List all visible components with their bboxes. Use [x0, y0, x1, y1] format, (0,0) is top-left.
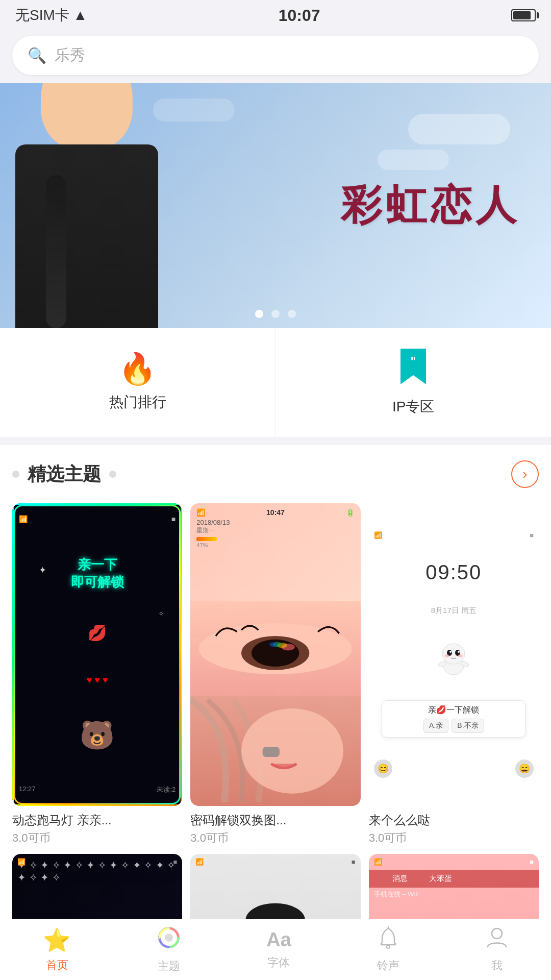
theme-price-2: 3.0可币 — [190, 830, 360, 846]
banner-dot-2[interactable] — [271, 310, 280, 318]
ip-zone-label: IP专区 — [392, 397, 434, 416]
svg-text:": " — [411, 355, 416, 368]
svg-point-18 — [458, 651, 460, 653]
thumb1-battery: ■ — [171, 515, 176, 523]
thumb2-bat: 🔋 — [346, 508, 355, 517]
battery-icon — [511, 9, 536, 21]
svg-point-8 — [269, 642, 276, 646]
svg-point-26 — [165, 934, 173, 942]
font-label: 字体 — [267, 955, 290, 970]
svg-point-29 — [492, 928, 502, 939]
sparkle2: ✧ — [158, 609, 164, 618]
banner-title: 彩虹恋人 — [341, 178, 520, 233]
thumb1-misc: 未读:2 — [157, 785, 176, 794]
ringtone-label: 铃声 — [377, 958, 399, 973]
unlock-line2: 即可解锁 — [71, 574, 124, 591]
thumb6-status: 📶■ — [369, 854, 539, 870]
unlock-line1: 亲一下 — [71, 556, 124, 574]
cute-character — [433, 638, 474, 678]
person-icon — [486, 926, 508, 954]
banner-illustration — [0, 93, 214, 328]
wifi-icon: ▲ — [73, 7, 88, 23]
thumb3-bat: ■ — [530, 531, 534, 539]
battery-fill — [513, 11, 531, 19]
status-bar: 无SIM卡 ▲ 10:07 — [0, 0, 551, 31]
thumb1-status: 📶 — [19, 515, 28, 523]
home-label: 首页 — [46, 958, 68, 973]
ip-zone-action[interactable]: " IP专区 — [276, 328, 552, 437]
thumb6-msg-bar: 消息 大苯蛋 — [369, 870, 539, 888]
theme-card-3[interactable]: 📶 ■ 09:50 8月17日 周五 — [369, 503, 539, 846]
hot-rank-label: 热门排行 — [109, 393, 166, 412]
thumb5-status: 📶■ — [195, 858, 355, 866]
hot-rank-action[interactable]: 🔥 热门排行 — [0, 328, 276, 437]
battery-area — [511, 9, 536, 21]
carrier-wifi: 无SIM卡 ▲ — [15, 6, 87, 25]
flame-icon: 🔥 — [118, 354, 157, 384]
thumb6-sub: 手机在线 – Wifi — [369, 888, 539, 901]
theme-name-1: 动态跑马灯 亲亲... — [12, 812, 182, 828]
section-header: 精选主题 › — [12, 460, 539, 488]
me-label: 我 — [491, 958, 503, 973]
theme-name-3: 来个么么哒 — [369, 812, 539, 828]
more-button[interactable]: › — [511, 460, 539, 488]
section-dot-right — [109, 471, 116, 478]
section-title-wrap: 精选主题 — [12, 462, 116, 487]
cloud-decoration-1 — [408, 114, 510, 144]
svg-point-14 — [442, 644, 465, 664]
thumb4-status: 📶■ — [17, 858, 177, 866]
theme-thumb-3: 📶 ■ 09:50 8月17日 周五 — [369, 503, 539, 806]
nav-font[interactable]: Aa 字体 — [256, 924, 302, 975]
nav-theme[interactable]: 主题 — [147, 921, 191, 979]
cloud-decoration-2 — [378, 150, 449, 170]
bell-icon — [377, 926, 399, 954]
thumb2-signal: 📶 — [196, 508, 205, 517]
girl-braid — [46, 175, 66, 328]
nav-ringtone[interactable]: 铃声 — [367, 921, 410, 978]
theme-grid: 📶 ■ 亲一下 即可解锁 💋 ♥ ♥ ♥ 🐻 — [12, 503, 539, 980]
bear-emoji: 🐻 — [80, 719, 115, 752]
thumb3-avatar-l: 😊 — [374, 760, 392, 778]
nav-home[interactable]: ⭐ 首页 — [33, 922, 81, 978]
carrier-text: 无SIM卡 — [15, 7, 69, 23]
sparkle1: ✦ — [39, 565, 46, 576]
search-bar[interactable]: 🔍 乐秀 — [12, 36, 539, 75]
lips-emoji: 💋 — [88, 624, 107, 642]
hearts: ♥ ♥ ♥ — [87, 675, 108, 685]
thumb6-group-label: 大苯蛋 — [429, 874, 534, 884]
section-dot-left — [12, 471, 19, 478]
banner[interactable]: 彩虹恋人 — [0, 83, 551, 328]
theme-price-3: 3.0可币 — [369, 830, 539, 846]
time-display: 10:07 — [279, 6, 320, 25]
section-title: 精选主题 — [28, 462, 101, 487]
theme-icon — [157, 926, 181, 954]
theme-card-2[interactable]: 📶 10:47 🔋 2018/08/13 星期一 47% — [190, 503, 360, 846]
thumb2-time: 10:47 — [266, 508, 285, 517]
search-placeholder-text: 乐秀 — [55, 45, 85, 66]
selected-themes-section: 精选主题 › 📶 ■ 亲一下 — [0, 445, 551, 980]
quick-actions: 🔥 热门排行 " IP专区 — [0, 328, 551, 437]
svg-rect-10 — [263, 747, 280, 757]
thumb3-date: 8月17日 周五 — [431, 606, 477, 616]
bottom-nav: ⭐ 首页 主题 Aa 字体 铃声 — [0, 919, 551, 980]
thumb2-date: 2018/08/13 — [196, 519, 354, 526]
more-icon: › — [522, 466, 527, 482]
nav-me[interactable]: 我 — [475, 921, 518, 978]
thumb6-msg-label: 消息 — [374, 874, 426, 884]
theme-card-1[interactable]: 📶 ■ 亲一下 即可解锁 💋 ♥ ♥ ♥ 🐻 — [12, 503, 182, 846]
banner-dot-1[interactable] — [255, 310, 263, 318]
girl-body — [15, 144, 158, 328]
theme-thumb-2: 📶 10:47 🔋 2018/08/13 星期一 47% — [190, 503, 360, 806]
thumb3-opt-a: A.亲 — [423, 719, 448, 733]
thumb3-avatar-r: 😄 — [515, 760, 534, 778]
svg-point-27 — [387, 945, 390, 948]
bookmark-icon: " — [398, 349, 429, 389]
thumb2-pct: 47% — [196, 542, 354, 548]
thumb1-time: 12:27 — [19, 785, 36, 794]
thumb2-weekday: 星期一 — [196, 526, 354, 535]
svg-point-9 — [241, 708, 343, 794]
svg-point-20 — [458, 654, 463, 657]
search-icon: 🔍 — [28, 46, 46, 64]
svg-point-17 — [449, 651, 452, 653]
banner-dot-3[interactable] — [288, 310, 296, 318]
